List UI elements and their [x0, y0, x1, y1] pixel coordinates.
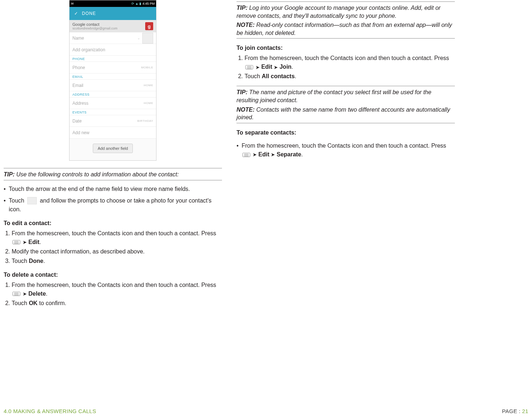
phone-placeholder: Phone — [72, 65, 141, 70]
note-2: NOTE: Contacts with the same name from t… — [237, 106, 455, 121]
date-placeholder: Date — [72, 119, 137, 124]
tip-label: TIP: — [237, 5, 247, 11]
contact-photo-thumb — [142, 33, 153, 44]
arrow-icon: ➤ — [271, 151, 275, 159]
edit-step-3a: Touch — [12, 258, 29, 264]
addnew-field: Add new — [70, 127, 156, 139]
separate-step-1: From the homescreen, touch the Contacts … — [237, 141, 455, 159]
tip-label: TIP: — [237, 89, 247, 95]
chevron-down-icon: ⌄ — [137, 36, 140, 40]
footer-section: 4.0 MAKING & ANSWERING CALLS — [4, 408, 96, 414]
add-another-field-button: Add another field — [93, 144, 132, 153]
name-placeholder: Name — [72, 36, 136, 41]
delete-step-1a: From the homescreen, touch the Contacts … — [12, 282, 216, 288]
email-type: HOME — [144, 84, 153, 87]
edit-step-1a: From the homescreen, touch the Contacts … — [12, 230, 216, 236]
bullet-2b: and follow the prompts to choose or take… — [9, 197, 211, 212]
msg-icon: ✉ — [71, 2, 74, 5]
arrow-icon: ➤ — [255, 64, 260, 71]
join-step-2a: Touch — [245, 73, 262, 79]
edit-step-3: Touch Done. — [12, 257, 222, 265]
note-label: NOTE: — [237, 22, 255, 28]
done-label: DONE — [82, 11, 96, 16]
heading-delete: To delete a contact: — [4, 271, 222, 279]
tip-1: TIP: Use the following controls to add i… — [4, 171, 222, 179]
email-field: Email HOME — [70, 80, 156, 91]
battery-icon: ▮ — [139, 2, 141, 5]
phone-type: MOBILE — [141, 66, 153, 69]
edit-step-2: Modify the contact information, as descr… — [12, 247, 222, 256]
join-step-1a: From the homescreen, touch the Contacts … — [245, 55, 449, 61]
menu-icon — [245, 65, 253, 69]
edit-word: Edit — [258, 151, 269, 157]
page-footer: 4.0 MAKING & ANSWERING CALLS PAGE : 21 — [4, 408, 528, 414]
delete-step-2a: Touch — [12, 300, 29, 306]
join-step-1: From the homescreen, touch the Contacts … — [245, 54, 455, 71]
ok-word: OK — [29, 300, 37, 306]
page-number: 21 — [522, 408, 528, 414]
bullet-1: Touch the arrow at the end of the name f… — [4, 185, 222, 193]
signal-icon: ▲ — [135, 2, 139, 5]
menu-icon — [242, 153, 250, 157]
account-type: Google contact — [72, 22, 145, 27]
delete-word: Delete — [28, 291, 46, 297]
address-placeholder: Address — [72, 101, 144, 106]
org-field: Add organization — [70, 44, 156, 56]
tip-text: Log into your Google account to manage y… — [237, 5, 441, 19]
rule — [237, 86, 455, 86]
arrow-icon: ➤ — [253, 151, 257, 159]
sync-icon: ⟳ — [131, 2, 134, 5]
rule — [237, 38, 455, 39]
address-type: HOME — [144, 101, 153, 105]
rule — [4, 168, 222, 168]
note-1: NOTE: Read-only contact information—such… — [237, 21, 455, 37]
address-section-label: ADDRESS — [70, 91, 156, 97]
check-icon: ✓ — [73, 11, 79, 16]
edit-word: Edit — [261, 64, 272, 70]
email-placeholder: Email — [72, 83, 144, 88]
phone-screenshot: ✉ ⟳ ▲ ▮ 4:45 PM ✓ DONE Google contact sc… — [69, 0, 156, 161]
phone-field: Phone MOBILE — [70, 62, 156, 73]
join-step-2: Touch All contacts. — [245, 72, 455, 81]
footer-page: PAGE : 21 — [502, 408, 528, 414]
org-placeholder: Add organization — [72, 47, 153, 52]
bullet-2: Touch and follow the prompts to choose o… — [4, 196, 222, 214]
delete-step-2: Touch OK to confirm. — [12, 299, 222, 308]
heading-separate: To separate contacts: — [237, 128, 455, 137]
arrow-icon: ➤ — [23, 239, 27, 246]
menu-icon — [12, 292, 20, 296]
note-text: Contacts with the same name from two dif… — [237, 107, 450, 121]
edit-step-1: From the homescreen, touch the Contacts … — [12, 229, 222, 247]
separate-word: Separate — [277, 151, 301, 157]
edit-word: Edit — [28, 239, 39, 245]
heading-edit: To edit a contact: — [4, 219, 222, 228]
delete-step-1: From the homescreen, touch the Contacts … — [12, 281, 222, 298]
google-badge: g — [145, 22, 153, 30]
tip-label: TIP: — [4, 171, 15, 177]
date-field: Date BIRTHDAY — [70, 115, 156, 127]
events-section-label: EVENTS — [70, 109, 156, 115]
rule — [237, 1, 455, 2]
done-word: Done — [29, 258, 43, 264]
bullet-2a: Touch — [9, 197, 26, 204]
status-bar: ✉ ⟳ ▲ ▮ 4:45 PM — [70, 0, 156, 7]
delete-step-2c: to confirm. — [37, 300, 66, 306]
heading-join: To join contacts: — [237, 44, 455, 52]
addnew-placeholder: Add new — [72, 130, 153, 135]
email-section-label: EMAIL — [70, 73, 156, 80]
tip-text: Use the following controls to add inform… — [15, 171, 179, 177]
rule — [4, 180, 222, 180]
tip-3: TIP: The name and picture of the contact… — [237, 88, 455, 104]
note-label: NOTE: — [237, 107, 255, 113]
tip-text: The name and picture of the contact you … — [237, 89, 431, 103]
note-text: Read-only contact information—such as th… — [237, 22, 452, 36]
account-row: Google contact scottondrewbridge@gmail.c… — [70, 20, 156, 32]
account-email: scottondrewbridge@gmail.com — [72, 27, 145, 30]
address-field: Address HOME — [70, 97, 156, 109]
page-prefix: PAGE : — [502, 408, 522, 414]
allcontacts-word: All contacts — [262, 73, 295, 79]
name-field: Name ⌄ — [70, 32, 156, 44]
rule — [237, 123, 455, 123]
photo-placeholder-icon — [27, 197, 37, 204]
menu-icon — [12, 240, 20, 244]
